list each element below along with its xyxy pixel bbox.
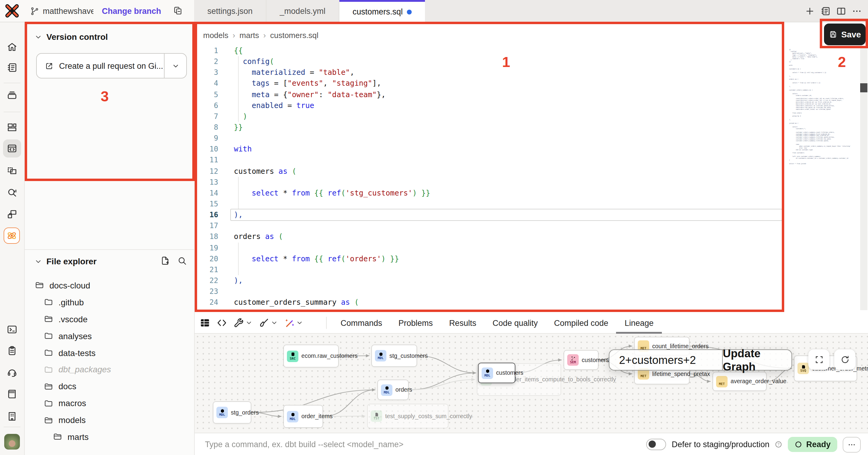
new-file-icon[interactable] [160,256,170,265]
code-line-24[interactable]: 24customer_orders_summary as ( [203,297,781,308]
broom-icon[interactable] [258,317,270,328]
panel-tab-compiled-code[interactable]: Compiled code [554,312,608,334]
file-item-docs-cloud[interactable]: docs-cloud [24,277,195,294]
dbt-copilot-button[interactable] [4,227,20,244]
chevron-down-icon[interactable] [245,319,253,326]
lineage-node-order_items[interactable]: MDLorder_items [283,405,323,428]
file-item-models[interactable]: models [24,411,195,428]
code-line-19[interactable]: 19 [203,242,781,253]
code-line-12[interactable]: 12customers as ( [203,166,781,176]
update-graph-button[interactable]: Update Graph [722,350,792,370]
lineage-node-stg_orders[interactable]: MDLstg_orders [213,401,251,424]
wrench-icon[interactable] [233,317,244,328]
code-icon[interactable] [216,317,227,328]
code-line-15[interactable]: 15 [203,199,781,209]
dbt-logo-icon[interactable] [5,4,19,18]
lineage-node-customers[interactable]: SEMcustomers [564,350,598,370]
user-avatar[interactable] [4,434,20,450]
code-line-7[interactable]: 7 ) [203,111,781,122]
lineage-node-customers[interactable]: MDLcustomers [478,363,516,383]
notebook-icon[interactable] [7,62,18,73]
code-line-1[interactable]: 1{{ [203,45,781,56]
chevron-down-icon[interactable] [34,33,42,41]
chevron-down-icon[interactable] [271,319,278,326]
code-line-20[interactable]: 20 select * from {{ ref('orders') }} [203,253,781,264]
search-icon[interactable] [177,256,187,265]
refresh-graph-button[interactable] [834,349,855,370]
tab-settings-json[interactable]: settings.json [194,0,267,22]
file-item-.vscode[interactable]: .vscode [24,311,195,328]
terminal-icon[interactable] [7,324,18,335]
tab-customers-sql[interactable]: customers.sql [339,0,425,22]
code-line-11[interactable]: 11 [203,155,781,166]
file-item-docs[interactable]: docs [24,378,195,395]
file-item-data-tests[interactable]: data-tests [24,344,195,361]
code-line-3[interactable]: 3 materialized = "table", [203,67,781,78]
query-analysis-icon[interactable] [7,187,18,198]
lineage-node-test_supply_costs_sum_correctly[interactable]: TSTtest_supply_costs_sum_correctly [367,404,448,428]
panel-tab-code-quality[interactable]: Code quality [493,312,538,334]
breadcrumb-item[interactable]: customers.sql [270,31,318,40]
code-line-9[interactable]: 9 [203,133,781,144]
more-options-button[interactable] [843,436,861,452]
panel-tab-commands[interactable]: Commands [341,312,382,334]
code-line-17[interactable]: 17 [203,221,781,231]
support-icon[interactable] [7,367,18,378]
defer-toggle[interactable] [647,439,666,450]
editor-scrollbar-thumb[interactable] [860,83,867,92]
build-tool[interactable] [233,317,253,328]
code-line-6[interactable]: 6 enabled = true [203,100,781,111]
chevron-down-icon[interactable] [34,257,42,265]
file-explorer-header[interactable]: File explorer [34,256,97,266]
copilot-tool[interactable] [284,317,303,328]
windows-icon[interactable] [7,209,18,220]
lineage-selector-input[interactable]: 2+customers+2 [610,350,722,370]
file-item-marts[interactable]: marts [24,428,195,445]
code-line-23[interactable]: 23 [203,286,781,297]
panel-tab-lineage[interactable]: Lineage [624,312,653,334]
format-tool[interactable] [258,317,278,328]
code-line-16[interactable]: 16), [203,209,781,220]
code-line-10[interactable]: 10with [203,144,781,155]
change-branch-link[interactable]: Change branch [102,6,161,16]
new-tab-icon[interactable] [805,6,815,16]
code-line-2[interactable]: 2 config( [203,56,781,67]
breadcrumb-item[interactable]: marts [240,31,259,40]
code-line-13[interactable]: 13 [203,176,781,188]
tab--models-yml[interactable]: _models.yml [267,0,339,22]
organization-icon[interactable] [7,411,18,422]
breadcrumb-item[interactable]: models [203,31,228,40]
copy-branch-icon[interactable] [173,6,183,16]
magic-wand-icon[interactable] [284,317,295,328]
help-icon[interactable]: ? [775,440,783,448]
status-badge[interactable]: Ready [788,437,837,452]
code-line-14[interactable]: 14 select * from {{ ref('stg_customers')… [203,188,781,199]
fullscreen-button[interactable] [808,349,830,370]
code-line-18[interactable]: 18orders as ( [203,231,781,242]
split-view-icon[interactable] [836,6,846,16]
home-icon[interactable] [7,41,18,53]
notebook-icon[interactable] [820,6,831,16]
file-item-macros[interactable]: macros [24,395,195,411]
canvas-icon[interactable] [7,165,18,176]
more-icon[interactable] [852,6,862,16]
lineage-canvas[interactable]: SRCecom.raw_customersMDLstg_customersMDL… [195,334,868,433]
code-line-4[interactable]: 4 tags = ["events", "staging"], [203,78,781,89]
minimap[interactable]: {{ config( materialized = "table", tags … [789,50,836,165]
pull-request-dropdown-button[interactable] [164,54,186,78]
save-button[interactable]: Save [824,24,866,45]
chevron-down-icon[interactable] [296,319,303,326]
version-control-header[interactable]: Version control [34,32,108,41]
file-item-.github[interactable]: .github [24,294,195,311]
lineage-node-orders[interactable]: MDLorders [377,379,409,400]
code-editor-icon[interactable] [7,143,18,154]
panel-tab-problems[interactable]: Problems [398,312,433,334]
create-pull-request-button[interactable]: Create a pull request on Gi... [36,53,187,79]
dashboard-icon[interactable] [7,122,18,133]
code-line-5[interactable]: 5 meta = {"owner": "data-team"}, [203,89,781,100]
lineage-node-stg_customers[interactable]: MDLstg_customers [371,345,417,367]
code-line-21[interactable]: 21 [203,264,781,275]
code-line-22[interactable]: 22), [203,275,781,286]
preview-table-icon[interactable] [199,317,210,328]
lineage-node-ecom.raw_customers[interactable]: SRCecom.raw_customers [283,345,339,368]
